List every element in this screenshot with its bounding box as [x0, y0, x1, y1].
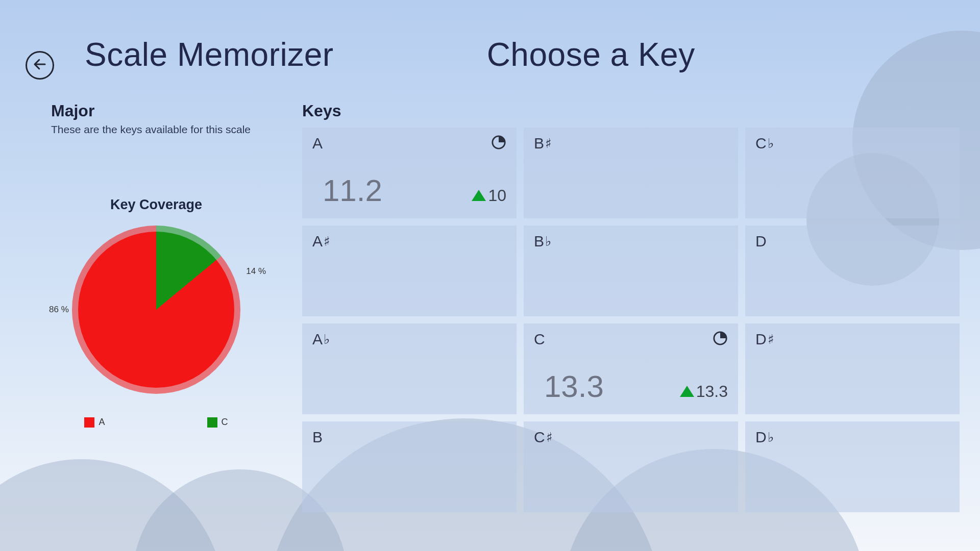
- arrow-left-icon: [32, 57, 47, 73]
- key-label: B: [312, 429, 506, 446]
- key-tile-c[interactable]: C 13.3 13.3: [524, 323, 738, 414]
- key-tile-a[interactable]: A 11.2 10: [302, 128, 517, 218]
- key-score: 11.2: [323, 173, 382, 208]
- key-label: A: [312, 135, 506, 152]
- scale-subtitle: These are the keys available for this sc…: [51, 123, 261, 136]
- key-tile-a-flat[interactable]: A♭: [302, 323, 517, 414]
- pie-label-a: 86 %: [49, 305, 69, 315]
- key-label: D♭: [755, 429, 949, 446]
- key-label: C♭: [755, 135, 949, 152]
- progress-ring-icon: [713, 331, 728, 346]
- key-tile-d-flat[interactable]: D♭: [745, 421, 960, 512]
- chart-title: Key Coverage: [51, 197, 261, 213]
- key-tile-d[interactable]: D: [745, 226, 960, 316]
- key-score: 13.3: [544, 369, 604, 404]
- key-label: D: [755, 233, 949, 250]
- key-tile-c-flat[interactable]: C♭: [745, 128, 960, 218]
- up-triangle-icon: [472, 190, 486, 201]
- pie-chart: 86 % 14 %: [72, 226, 240, 394]
- keys-heading: Keys: [302, 102, 960, 120]
- key-tile-a-sharp[interactable]: A♯: [302, 226, 517, 316]
- key-tile-c-sharp[interactable]: C♯: [524, 421, 738, 512]
- page-title: Choose a Key: [487, 36, 695, 73]
- legend-a: A: [99, 417, 105, 428]
- scale-name: Major: [51, 102, 261, 120]
- chart-legend: A C: [51, 417, 261, 428]
- up-triangle-icon: [680, 386, 694, 397]
- key-label: A♯: [312, 233, 506, 250]
- key-label: C: [534, 331, 728, 348]
- key-delta: 13.3: [680, 382, 728, 401]
- key-label: A♭: [312, 331, 506, 348]
- back-button[interactable]: [26, 51, 54, 80]
- key-tile-b[interactable]: B: [302, 421, 517, 512]
- legend-c: C: [222, 417, 228, 428]
- key-label: B♯: [534, 135, 728, 152]
- key-tile-b-sharp[interactable]: B♯: [524, 128, 738, 218]
- key-label: B♭: [534, 233, 728, 250]
- app-title: Scale Memorizer: [85, 36, 334, 73]
- key-tile-b-flat[interactable]: B♭: [524, 226, 738, 316]
- key-label: C♯: [534, 429, 728, 446]
- key-tile-d-sharp[interactable]: D♯: [745, 323, 960, 414]
- pie-label-c: 14 %: [246, 266, 266, 277]
- key-delta: 10: [472, 186, 506, 205]
- progress-ring-icon: [491, 135, 506, 150]
- key-label: D♯: [755, 331, 949, 348]
